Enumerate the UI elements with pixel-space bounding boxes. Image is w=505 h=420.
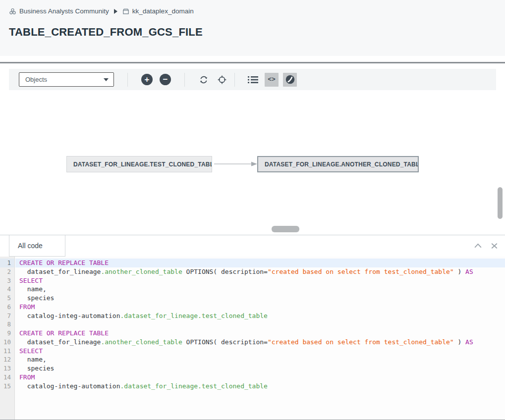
toolbar-separator	[127, 73, 128, 87]
code-line: SELECT	[15, 276, 505, 285]
breadcrumb-community-label: Business Analysts Community	[19, 7, 109, 15]
breadcrumb: Business Analysts Community kk_dataplex_…	[9, 7, 194, 15]
lineage-node-another-cloned-table[interactable]: DATASET_FOR_LINEAGE.ANOTHER_CLONED_TABLE	[257, 156, 419, 172]
code-panel-actions	[473, 241, 499, 251]
code-line: catalog-integ-automation.dataset_for_lin…	[15, 312, 505, 320]
zoom-out-button[interactable]: −	[160, 74, 171, 85]
code-line: FROM	[15, 303, 505, 312]
line-number: 1	[0, 259, 14, 267]
objects-view-select[interactable]: Objects	[19, 72, 114, 87]
code-line	[15, 320, 505, 329]
diagram-toolbar: Objects + −	[9, 69, 496, 90]
page-title: TABLE_CREATED_FROM_GCS_FILE	[9, 26, 203, 39]
pen-trace-button[interactable]	[283, 73, 297, 87]
line-number: 6	[0, 303, 14, 312]
lineage-node-test-cloned-table[interactable]: DATASET_FOR_LINEAGE.TEST_CLONED_TABLE	[66, 156, 212, 172]
line-number: 5	[0, 294, 14, 303]
line-number: 3	[0, 276, 14, 285]
objects-view-select-value: Objects	[25, 76, 47, 83]
breadcrumb-community-link[interactable]: Business Analysts Community	[9, 7, 109, 15]
chevron-right-icon	[114, 9, 117, 14]
line-number: 7	[0, 312, 14, 320]
community-icon	[9, 8, 16, 15]
list-view-button[interactable]	[247, 74, 258, 85]
line-number: 14	[0, 373, 14, 382]
zoom-in-button[interactable]: +	[141, 74, 153, 85]
page-header: Business Analysts Community kk_dataplex_…	[0, 0, 505, 56]
collapse-up-icon[interactable]	[473, 241, 483, 251]
code-line: CREATE OR REPLACE TABLE	[15, 329, 505, 338]
code-line: name,	[15, 285, 505, 294]
node-label: DATASET_FOR_LINEAGE.TEST_CLONED_TABLE	[73, 161, 212, 168]
line-number: 8	[0, 320, 14, 329]
code-line: FROM	[15, 373, 505, 382]
breadcrumb-domain-label: kk_dataplex_domain	[132, 7, 194, 15]
code-panel-tabbar: All code	[0, 235, 505, 257]
chevron-down-icon	[104, 78, 109, 81]
close-icon[interactable]	[490, 241, 499, 251]
code-line: catalog-integ-automation.dataset_for_lin…	[15, 382, 505, 391]
breadcrumb-domain-link[interactable]: kk_dataplex_domain	[122, 7, 194, 15]
line-number: 15	[0, 382, 14, 391]
pen-circle-icon	[285, 74, 295, 85]
line-number: 10	[0, 338, 14, 347]
code-brackets-icon: <>	[268, 76, 276, 83]
line-number: 4	[0, 285, 14, 294]
sql-code-editor[interactable]: 123456789101112131415 CREATE OR REPLACE …	[0, 257, 505, 420]
lineage-page: Business Analysts Community kk_dataplex_…	[0, 0, 505, 420]
code-view-button[interactable]: <>	[265, 73, 279, 87]
tab-all-code[interactable]: All code	[9, 235, 65, 257]
lineage-edge-arrow	[213, 159, 259, 168]
code-line: dataset_for_lineage.another_cloned_table…	[15, 267, 505, 276]
code-line: name,	[15, 355, 505, 364]
crosshair-icon	[217, 75, 227, 85]
toolbar-separator	[184, 73, 185, 87]
line-number: 11	[0, 347, 14, 356]
panel-resize-handle[interactable]	[272, 226, 299, 232]
header-divider	[0, 62, 505, 63]
node-label: DATASET_FOR_LINEAGE.ANOTHER_CLONED_TABLE	[265, 161, 419, 168]
list-icon	[248, 75, 258, 84]
code-line: species	[15, 294, 505, 303]
line-number: 2	[0, 267, 14, 276]
vertical-scrollbar-thumb[interactable]	[498, 187, 503, 219]
fit-to-screen-button[interactable]	[217, 74, 227, 85]
code-lines: CREATE OR REPLACE TABLE dataset_for_line…	[15, 257, 505, 390]
code-panel: All code 123456789101112131415 CREATE OR…	[0, 235, 505, 420]
domain-box-icon	[122, 8, 129, 15]
code-line: CREATE OR REPLACE TABLE	[15, 259, 505, 267]
line-number: 13	[0, 364, 14, 373]
tab-all-code-label: All code	[18, 242, 43, 250]
refresh-button[interactable]	[198, 74, 209, 85]
code-gutter: 123456789101112131415	[0, 257, 15, 420]
code-line: species	[15, 364, 505, 373]
code-line: SELECT	[15, 347, 505, 356]
line-number: 12	[0, 355, 14, 364]
line-number: 9	[0, 329, 14, 338]
toolbar-separator	[234, 73, 235, 87]
code-line: dataset_for_lineage.another_cloned_table…	[15, 338, 505, 347]
refresh-icon	[199, 75, 209, 85]
lineage-canvas[interactable]: DATASET_FOR_LINEAGE.TEST_CLONED_TABLE DA…	[0, 90, 505, 226]
